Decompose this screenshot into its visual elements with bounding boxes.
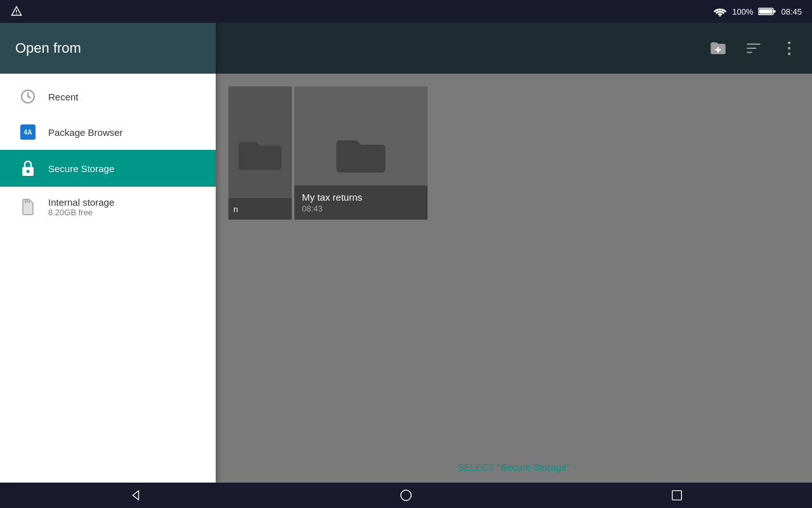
4a-icon: 4A bbox=[15, 124, 41, 140]
sidebar-item-package-browser[interactable]: 4A Package Browser bbox=[0, 114, 216, 150]
svg-rect-5 bbox=[774, 10, 776, 13]
lock-icon bbox=[15, 160, 41, 177]
back-button[interactable] bbox=[116, 483, 154, 508]
svg-point-2 bbox=[16, 13, 17, 15]
status-bar-right: 100% 08:45 bbox=[713, 6, 802, 17]
svg-point-22 bbox=[788, 53, 790, 55]
recent-label: Recent bbox=[48, 91, 79, 102]
battery-percentage: 100% bbox=[732, 7, 753, 17]
more-options-button[interactable] bbox=[776, 36, 802, 61]
sdcard-icon bbox=[15, 199, 41, 215]
sidebar-item-secure-storage[interactable]: Secure Storage bbox=[0, 150, 216, 187]
svg-point-21 bbox=[788, 47, 790, 50]
tax-returns-time: 08:43 bbox=[302, 204, 420, 213]
svg-marker-23 bbox=[133, 491, 139, 500]
internal-storage-sublabel: 8.20GB free bbox=[48, 208, 114, 217]
main-layout: Open from Recent 4A Package Br bbox=[0, 23, 812, 483]
content-header bbox=[216, 23, 812, 74]
select-storage-text: SELECT "Secure Storage" bbox=[216, 451, 812, 483]
new-folder-button[interactable] bbox=[705, 36, 731, 61]
file-tile-partial[interactable]: n bbox=[228, 86, 292, 220]
recents-button[interactable] bbox=[658, 483, 696, 508]
clock-icon bbox=[15, 89, 41, 104]
battery-icon bbox=[758, 7, 776, 16]
svg-point-11 bbox=[27, 170, 30, 173]
sidebar: Open from Recent 4A Package Br bbox=[0, 23, 216, 483]
content-area: n My tax returns 08:43 SELECT "Secure St… bbox=[216, 23, 812, 483]
secure-storage-label: Secure Storage bbox=[48, 163, 114, 174]
time-display: 08:45 bbox=[781, 7, 802, 17]
internal-storage-text: Internal storage 8.20GB free bbox=[41, 197, 114, 217]
sidebar-header: Open from bbox=[0, 23, 216, 74]
files-grid: n My tax returns 08:43 bbox=[216, 74, 812, 451]
wifi-icon bbox=[713, 6, 727, 17]
svg-point-24 bbox=[401, 490, 412, 501]
file-tile-tax-returns[interactable]: My tax returns 08:43 bbox=[294, 86, 428, 220]
sort-button[interactable] bbox=[741, 36, 766, 61]
tax-returns-name: My tax returns bbox=[302, 192, 420, 203]
nav-bar bbox=[0, 483, 812, 508]
svg-rect-6 bbox=[759, 10, 773, 14]
svg-line-9 bbox=[28, 97, 30, 98]
svg-point-20 bbox=[788, 41, 790, 44]
home-button[interactable] bbox=[387, 483, 425, 508]
sidebar-item-internal-storage[interactable]: Internal storage 8.20GB free bbox=[0, 187, 216, 227]
sidebar-title: Open from bbox=[15, 40, 81, 57]
sidebar-item-recent[interactable]: Recent bbox=[0, 79, 216, 114]
svg-rect-25 bbox=[672, 491, 681, 500]
svg-point-3 bbox=[719, 15, 721, 17]
package-browser-label: Package Browser bbox=[48, 127, 123, 138]
status-bar-left bbox=[10, 5, 23, 18]
warning-icon bbox=[10, 5, 23, 18]
sidebar-items: Recent 4A Package Browser Secure bbox=[0, 74, 216, 483]
internal-storage-label: Internal storage bbox=[48, 197, 114, 208]
status-bar: 100% 08:45 bbox=[0, 0, 812, 23]
